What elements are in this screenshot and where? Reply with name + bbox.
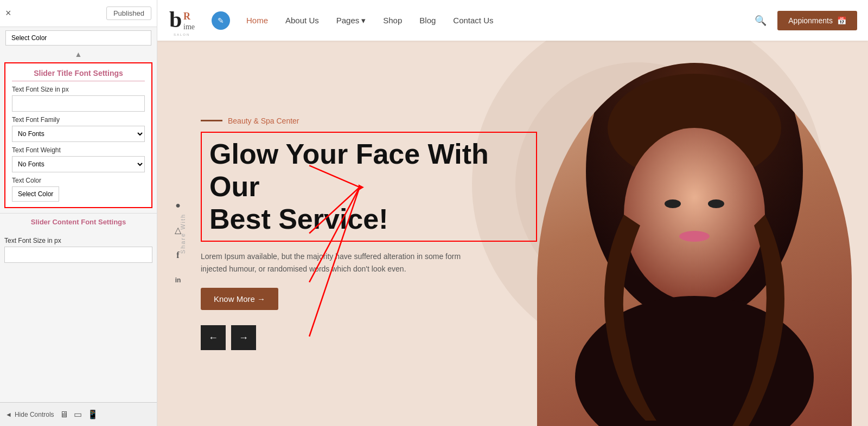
prev-slide-button[interactable]: ← <box>201 325 226 350</box>
slider-nav-arrows: ← → <box>201 325 537 350</box>
svg-text:SALON: SALON <box>174 33 190 36</box>
font-family-select[interactable]: No Fonts <box>12 126 145 142</box>
facebook-icon[interactable]: f <box>170 247 186 262</box>
hero-section: Share With ● △ f in Beauty & Spa Center … <box>157 41 868 426</box>
hero-subtitle-area: Beauty & Spa Center <box>201 117 537 125</box>
font-weight-select[interactable]: No Fonts <box>12 156 145 172</box>
nav-shop[interactable]: Shop <box>383 16 402 25</box>
nav-blog[interactable]: Blog <box>419 16 436 25</box>
linkedin-icon[interactable]: in <box>170 272 186 287</box>
hero-subtitle-text: Beauty & Spa Center <box>228 117 299 125</box>
svg-point-6 <box>624 128 765 301</box>
font-size-label: Text Font Size in px <box>12 86 145 93</box>
mobile-icon[interactable]: 📱 <box>87 409 98 419</box>
instagram-icon[interactable]: ● <box>170 197 186 212</box>
hide-controls-label: Hide Controls <box>15 411 54 418</box>
hero-woman-image <box>537 63 852 426</box>
content-font-size-input[interactable] <box>4 247 152 263</box>
main-area: b R ime SALON ✎ Home About Us Pages ▾ Sh… <box>157 0 868 426</box>
social-icons-column: ● △ f in <box>170 197 186 287</box>
hero-content: Beauty & Spa Center Glow Your Face With … <box>201 117 537 350</box>
select-color-button[interactable]: Select Color <box>12 186 59 202</box>
close-button[interactable]: × <box>5 8 11 19</box>
chevron-down-icon: ▾ <box>361 16 366 25</box>
font-size-input[interactable] <box>12 95 145 112</box>
svg-text:b: b <box>169 7 182 32</box>
appointments-button[interactable]: Appionments 📅 <box>777 11 857 30</box>
calendar-icon: 📅 <box>837 16 846 25</box>
logo-area: b R ime SALON <box>168 4 201 37</box>
font-family-label: Text Font Family <box>12 116 145 124</box>
panel-top-bar: × Published <box>0 0 157 27</box>
desktop-icon[interactable]: 🖥 <box>60 410 68 419</box>
text-color-label: Text Color <box>12 177 145 184</box>
select-color-top-button[interactable]: Select Color <box>5 30 151 46</box>
nav-about[interactable]: About Us <box>285 16 319 25</box>
svg-text:R: R <box>183 11 191 22</box>
slider-content-settings-heading: Slider Content Font Settings <box>0 213 157 230</box>
font-weight-label: Text Font Weight <box>12 146 145 154</box>
navbar: b R ime SALON ✎ Home About Us Pages ▾ Sh… <box>157 0 868 41</box>
headline-line2: Best Service! <box>209 203 388 235</box>
next-slide-button[interactable]: → <box>231 325 256 350</box>
svg-text:ime: ime <box>183 23 195 31</box>
headline-line1: Glow Your Face With Our <box>209 138 489 202</box>
know-more-button[interactable]: Know More → <box>201 288 278 310</box>
hero-description: Lorem Ipsum available, but the majority … <box>201 250 483 275</box>
scroll-arrow-up: ▲ <box>0 49 157 60</box>
nav-contact[interactable]: Contact Us <box>453 16 493 25</box>
headline-box: Glow Your Face With Our Best Service! <box>201 132 537 242</box>
subtitle-decorative-line <box>201 120 222 121</box>
twitter-icon[interactable]: △ <box>170 222 186 237</box>
nav-pages[interactable]: Pages ▾ <box>336 16 366 25</box>
logo-icon: b R ime SALON <box>168 4 201 37</box>
svg-point-7 <box>665 199 681 208</box>
edit-icon: ✎ <box>218 16 224 25</box>
arrow-left-icon: ◄ <box>5 411 12 418</box>
nav-home[interactable]: Home <box>246 16 268 25</box>
published-badge: Published <box>106 7 151 20</box>
tablet-icon[interactable]: ▭ <box>74 409 82 419</box>
headline-text: Glow Your Face With Our Best Service! <box>209 138 528 235</box>
search-icon[interactable]: 🔍 <box>755 15 767 27</box>
hide-controls-button[interactable]: ◄ Hide Controls <box>5 411 54 418</box>
svg-point-8 <box>708 199 724 208</box>
content-font-size-label: Text Font Size in px <box>4 237 152 244</box>
content-font-size-area: Text Font Size in px <box>4 233 152 263</box>
edit-icon-circle[interactable]: ✎ <box>212 11 230 30</box>
bottom-bar: ◄ Hide Controls 🖥 ▭ 📱 <box>0 402 157 426</box>
left-panel: × Published Select Color ▲ Slider Title … <box>0 0 157 426</box>
nav-links: Home About Us Pages ▾ Shop Blog Contact … <box>246 16 755 25</box>
appointments-label: Appionments <box>788 16 833 25</box>
slider-title-settings-heading: Slider Title Font Settings <box>12 69 145 81</box>
svg-point-9 <box>679 231 710 242</box>
slider-title-settings-box: Slider Title Font Settings Text Font Siz… <box>4 62 152 208</box>
